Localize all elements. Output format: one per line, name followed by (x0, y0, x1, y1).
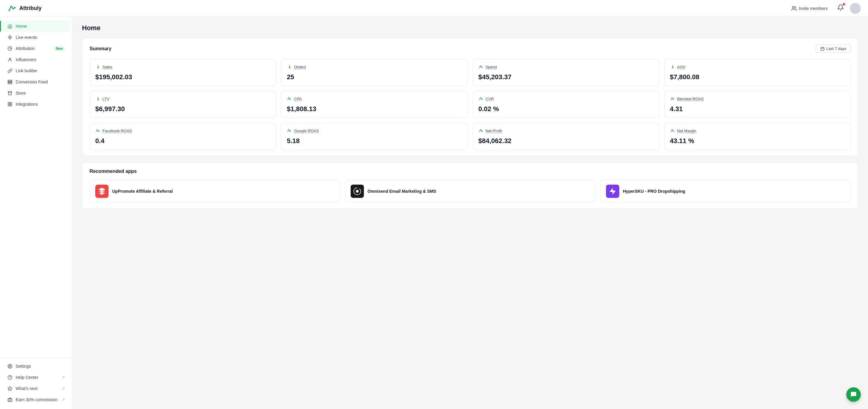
app-name-hypersku: HyperSKU - PRO Dropshipping (623, 189, 685, 194)
metric-label-ltv: LTV (102, 97, 110, 101)
app-card-omnisend[interactable]: Omnisend Email Marketing & SMS (345, 180, 595, 202)
link-builder-icon (7, 68, 13, 73)
metric-label-row-net-profit: Net Profit (478, 128, 654, 133)
app-card-uppromote[interactable]: UpPromote Affiliate & Referral (90, 180, 340, 202)
metric-value-ltv: $6,997.30 (95, 105, 271, 113)
app-logo-hypersku (606, 184, 619, 198)
sidebar-item-live-events[interactable]: Live events (2, 32, 70, 43)
sidebar-label-attribution: Attribution (16, 46, 35, 51)
invite-members-button[interactable]: Invite members (788, 4, 831, 13)
metric-value-net-profit: $84,062.32 (478, 137, 654, 145)
sidebar-label-live-events: Live events (16, 35, 37, 40)
metric-card-sales: Sales $195,002.03 (90, 59, 276, 86)
sidebar-item-integrations[interactable]: Integrations (2, 99, 70, 110)
metric-label-row-orders: Orders (287, 64, 462, 70)
metric-value-net-margin: 43.11 % (670, 137, 845, 145)
sidebar-label-link-builder: Link builder (16, 68, 37, 73)
svg-rect-8 (8, 104, 10, 106)
recommended-apps-card: Recommended apps UpPromote Affiliate & R… (82, 162, 858, 209)
metric-card-orders: Orders 25 (281, 59, 468, 86)
metric-label-row-aov: AOV (670, 64, 845, 70)
svg-rect-14 (8, 399, 12, 402)
sidebar-item-link-builder[interactable]: Link builder (2, 65, 70, 76)
influencers-icon (7, 57, 13, 62)
metric-value-aov: $7,800.08 (670, 73, 845, 81)
apps-grid: UpPromote Affiliate & Referral Omnisend … (90, 180, 851, 202)
attribuly-icon-cpa (287, 96, 292, 102)
sidebar-item-conversion-feed[interactable]: Conversion Feed (2, 76, 70, 87)
metric-value-orders: 25 (287, 73, 462, 81)
svg-marker-13 (8, 386, 12, 390)
sidebar-item-settings[interactable]: Settings (2, 361, 70, 372)
sidebar-item-help-center[interactable]: Help Center ↗ (2, 372, 70, 383)
notification-badge (843, 3, 845, 5)
date-filter-button[interactable]: Last 7 days (816, 44, 851, 53)
calendar-icon (820, 47, 825, 51)
metric-label-row-google-roas: Google ROAS (287, 128, 462, 133)
metric-card-ltv: LTV $6,997.30 (90, 91, 276, 118)
sidebar-label-whats-next: What's next (16, 386, 38, 391)
home-icon (7, 24, 13, 29)
notification-button[interactable] (836, 3, 845, 13)
logo-icon (7, 4, 17, 13)
page-title: Home (82, 24, 858, 32)
sidebar: Home Live events Attr (0, 17, 72, 409)
chat-button[interactable] (846, 387, 861, 402)
sidebar-label-home: Home (16, 24, 27, 29)
header: Attribuly Invite members (0, 0, 868, 17)
metric-label-cpa: CPA (294, 97, 302, 101)
external-link-icon: ↗ (62, 375, 65, 379)
metric-label-row-sales: Sales (95, 64, 271, 70)
sidebar-label-integrations: Integrations (16, 102, 38, 107)
summary-card-header: Summary Last 7 days (90, 44, 851, 53)
recommended-apps-title: Recommended apps (90, 169, 136, 174)
metric-label-net-margin: Net Margin (677, 129, 696, 133)
metric-label-row-blended-roas: Blended ROAS (670, 96, 845, 102)
sidebar-item-attribution[interactable]: Attribution New (2, 43, 70, 54)
app-card-hypersku[interactable]: HyperSKU - PRO Dropshipping (600, 180, 851, 202)
metric-label-cvr: CVR (486, 97, 494, 101)
svg-rect-6 (8, 102, 10, 104)
avatar[interactable] (850, 3, 861, 14)
chat-icon (850, 391, 857, 398)
svg-point-10 (9, 366, 10, 367)
metric-label-row-cpa: CPA (287, 96, 462, 102)
metric-label-spend: Spend (486, 65, 497, 69)
metric-card-facebook-roas: Facebook ROAS 0.4 (90, 123, 276, 150)
svg-rect-7 (10, 102, 12, 104)
sidebar-item-home[interactable]: Home (2, 21, 70, 32)
summary-card: Summary Last 7 days (82, 38, 858, 156)
metric-label-row-spend: Spend (478, 64, 654, 70)
metric-value-facebook-roas: 0.4 (95, 137, 271, 145)
main-content: Home Summary Last 7 days (72, 17, 868, 409)
sidebar-item-store[interactable]: Store (2, 88, 70, 99)
metric-value-cvr: 0.02 % (478, 105, 654, 113)
app-name-uppromote: UpPromote Affiliate & Referral (112, 189, 173, 194)
shopify-icon-ltv (95, 96, 101, 102)
sidebar-label-help-center: Help Center (16, 375, 38, 380)
sidebar-label-earn-commission: Earn 30% commission (16, 397, 58, 402)
sidebar-label-influencers: Influencers (16, 57, 36, 62)
conversion-feed-icon (7, 79, 13, 84)
sidebar-item-whats-next[interactable]: What's next ↗ (2, 383, 70, 394)
metric-card-net-profit: Net Profit $84,062.32 (473, 123, 659, 150)
metrics-grid: Sales $195,002.03 Orders 2 (90, 59, 851, 150)
sidebar-main-nav: Home Live events Attr (0, 21, 72, 355)
attribuly-icon-net-profit (478, 128, 484, 133)
app-body: Home Live events Attr (0, 17, 868, 409)
metric-value-google-roas: 5.18 (287, 137, 462, 145)
shopify-icon-aov (670, 64, 675, 70)
attribuly-icon-facebook-roas (95, 128, 101, 133)
help-icon (7, 375, 13, 380)
metric-label-row-net-margin: Net Margin (670, 128, 845, 133)
svg-point-2 (9, 58, 10, 60)
metric-card-cvr: CVR 0.02 % (473, 91, 659, 118)
metric-label-sales: Sales (102, 65, 113, 69)
metric-card-blended-roas: Blended ROAS 4.31 (664, 91, 851, 118)
metric-value-blended-roas: 4.31 (670, 105, 845, 113)
metric-label-blended-roas: Blended ROAS (677, 97, 704, 101)
live-events-icon (7, 35, 13, 40)
sidebar-item-influencers[interactable]: Influencers (2, 54, 70, 65)
sidebar-item-earn-commission[interactable]: Earn 30% commission ↗ (2, 394, 70, 405)
external-link-icon-3: ↗ (62, 398, 65, 402)
